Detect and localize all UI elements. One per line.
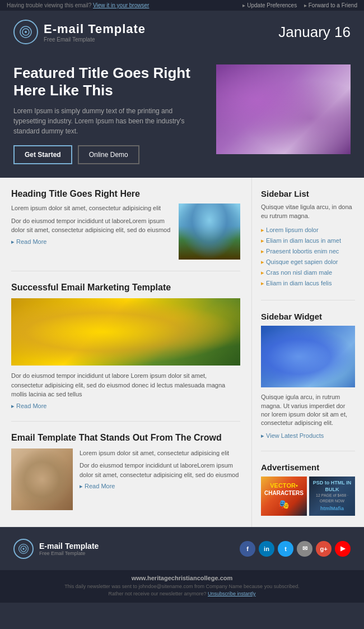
disclaimer: This daily newsletter was sent to johndo… bbox=[7, 583, 357, 598]
svg-point-2 bbox=[25, 31, 27, 33]
ad-box-1[interactable]: VECTOR• CHARACTERS 🎭 bbox=[261, 477, 307, 516]
article-1: Heading Title Goes Right Here Lorem ipsu… bbox=[11, 189, 240, 271]
sidebar-widget-link[interactable]: View Latest Products bbox=[261, 432, 355, 440]
ad-box-2[interactable]: PSD to HTML IN BULK 12 PAGE of $468 · OR… bbox=[309, 477, 355, 516]
article-3-title: Email Template That Stands Out From The … bbox=[11, 433, 240, 443]
logo-title: E-mail Template bbox=[44, 22, 146, 36]
article-2-read-more[interactable]: Read More bbox=[11, 403, 240, 410]
hero-section: Featured Title Goes Right Here Like This… bbox=[0, 53, 364, 178]
header: E-mail Template Free Email Template Janu… bbox=[0, 11, 364, 53]
sidebar-widget-section: Sidebar Widget Quisque igula arcu, in ru… bbox=[261, 312, 355, 451]
ad-box-2-text: PSD to HTML IN BULK 12 PAGE of $468 · OR… bbox=[311, 480, 353, 512]
footer-logo-subtitle: Free Email Template bbox=[39, 551, 99, 556]
ad-box-1-inner: VECTOR• CHARACTERS 🎭 bbox=[261, 477, 307, 516]
article-1-para2: Dor do eiusmod tempor incididunt ut labo… bbox=[11, 216, 172, 235]
hero-content: Featured Title Goes Right Here Like This… bbox=[13, 64, 205, 164]
list-item[interactable]: Praesent lobortis enim nec bbox=[261, 246, 355, 257]
article-1-title: Heading Title Goes Right Here bbox=[11, 189, 240, 199]
article-2-image bbox=[11, 298, 240, 366]
ad1-line1: VECTOR• bbox=[264, 482, 304, 489]
list-item[interactable]: Eliam in diam lacus in amet bbox=[261, 235, 355, 246]
sidebar-widget-image-inner bbox=[261, 326, 355, 387]
update-preferences-link[interactable]: Update Preferences bbox=[242, 2, 297, 8]
disclaimer-line2: Rather not receive our newsletter anymor… bbox=[108, 591, 206, 596]
ad1-figure: 🎭 bbox=[264, 499, 304, 511]
ad-title: Advertisement bbox=[261, 462, 355, 472]
article-1-image-inner bbox=[179, 203, 240, 260]
article-2: Successful Email Marketing Template Dor … bbox=[11, 283, 240, 422]
footer-logo: E-mail Template Free Email Template bbox=[13, 539, 99, 559]
article-1-body: Lorem ipsum dolor sit amet, consectetur … bbox=[11, 203, 240, 260]
list-item[interactable]: Lorem lipsum dolor bbox=[261, 225, 355, 235]
ad-box-1-text: VECTOR• CHARACTERS 🎭 bbox=[264, 482, 304, 511]
article-3-body: Lorem ipsum dolor sit amet, consectetur … bbox=[11, 448, 240, 510]
list-item[interactable]: Cras non nisl diam male bbox=[261, 267, 355, 278]
content-wrapper: Heading Title Goes Right Here Lorem ipsu… bbox=[0, 178, 364, 526]
website-url: www.heritagechristiancollege.com bbox=[7, 575, 357, 581]
footer-logo-text: E-mail Template Free Email Template bbox=[39, 542, 99, 556]
forward-link[interactable]: Forward to a Friend bbox=[304, 2, 357, 8]
youtube-icon[interactable]: ▶ bbox=[335, 541, 351, 557]
ad2-line1: PSD to HTML IN BULK bbox=[311, 480, 353, 493]
main-content: Heading Title Goes Right Here Lorem ipsu… bbox=[0, 178, 364, 526]
footer: E-mail Template Free Email Template f in… bbox=[0, 528, 364, 570]
article-3-image-inner bbox=[11, 448, 73, 510]
linkedin-icon[interactable]: in bbox=[259, 541, 274, 557]
article-3: Email Template That Stands Out From The … bbox=[11, 433, 240, 510]
article-3-para1: Lorem ipsum dolor sit amet, consectetur … bbox=[80, 448, 240, 458]
footer-logo-title: E-mail Template bbox=[39, 542, 99, 551]
sidebar-list-section: Sidebar List Quisque vitae ligula arcu, … bbox=[261, 189, 355, 300]
hero-image-inner bbox=[216, 64, 351, 154]
article-3-image bbox=[11, 448, 73, 510]
content-left: Heading Title Goes Right Here Lorem ipsu… bbox=[0, 178, 252, 526]
get-started-button[interactable]: Get Started bbox=[13, 145, 72, 164]
list-item[interactable]: Eliam in diam lacus felis bbox=[261, 278, 355, 289]
social-icons: f in t ✉ g+ ▶ bbox=[240, 541, 351, 557]
hero-image bbox=[216, 64, 351, 154]
sidebar-list-title: Sidebar List bbox=[261, 189, 355, 198]
article-3-para2: Dor do eiusmod tempor incididunt ut labo… bbox=[80, 461, 240, 479]
article-2-title: Successful Email Marketing Template bbox=[11, 283, 240, 293]
googleplus-icon[interactable]: g+ bbox=[316, 541, 332, 557]
content-right: Sidebar List Quisque vitae ligula arcu, … bbox=[252, 178, 364, 526]
logo-icon bbox=[13, 20, 38, 44]
article-2-image-inner bbox=[11, 298, 240, 366]
list-item[interactable]: Quisque eget sapien dolor bbox=[261, 257, 355, 267]
ad2-brand: htmlMafia bbox=[311, 506, 353, 512]
header-date: January 16 bbox=[278, 24, 351, 41]
article-3-read-more[interactable]: Read More bbox=[80, 483, 240, 490]
online-demo-button[interactable]: Online Demo bbox=[78, 145, 139, 164]
sidebar-list: Lorem lipsum dolor Eliam in diam lacus i… bbox=[261, 225, 355, 289]
article-3-text: Lorem ipsum dolor sit amet, consectetur … bbox=[80, 448, 240, 510]
ad1-line2: CHARACTERS bbox=[264, 489, 304, 497]
top-bar: Having trouble viewing this email? View … bbox=[0, 0, 364, 11]
bottom-bar: www.heritagechristiancollege.com This da… bbox=[0, 570, 364, 603]
article-1-read-more[interactable]: Read More bbox=[11, 238, 172, 246]
footer-logo-icon bbox=[13, 539, 34, 559]
ad-box-2-inner: PSD to HTML IN BULK 12 PAGE of $468 · OR… bbox=[309, 477, 355, 516]
unsubscribe-link[interactable]: Unsubscribe instantly bbox=[208, 591, 256, 596]
twitter-icon[interactable]: t bbox=[278, 541, 293, 557]
article-1-text: Lorem ipsum dolor sit amet, consectetur … bbox=[11, 203, 172, 260]
advertisement-section: Advertisement VECTOR• CHARACTERS 🎭 bbox=[261, 462, 355, 516]
sidebar-widget-text: Quisque igula arcu, in rutrum magna. Ut … bbox=[261, 393, 355, 428]
sidebar-widget-title: Sidebar Widget bbox=[261, 312, 355, 321]
logo-text: E-mail Template Free Email Template bbox=[44, 22, 146, 43]
ad-images: VECTOR• CHARACTERS 🎭 PSD to HTML IN BULK… bbox=[261, 477, 355, 516]
article-1-para1: Lorem ipsum dolor sit amet, consectetur … bbox=[11, 203, 172, 213]
sidebar-list-intro: Quisque vitae ligula arcu, in dona eu ru… bbox=[261, 203, 355, 220]
hero-description: Lorem Ipsum is simply dummy text of the … bbox=[13, 106, 205, 136]
svg-point-5 bbox=[22, 548, 24, 549]
facebook-icon[interactable]: f bbox=[240, 541, 255, 557]
hero-title: Featured Title Goes Right Here Like This bbox=[13, 64, 205, 99]
disclaimer-line1: This daily newsletter was sent to johndo… bbox=[64, 584, 299, 589]
ad2-line2: 12 PAGE of $468 · ORDER NOW bbox=[311, 493, 353, 503]
top-bar-right: Update Preferences Forward to a Friend bbox=[237, 2, 357, 8]
email-icon[interactable]: ✉ bbox=[297, 541, 312, 557]
article-1-image bbox=[179, 203, 240, 260]
trouble-text: Having trouble viewing this email? View … bbox=[7, 2, 149, 8]
article-2-para1: Dor do eiusmod tempor incididunt ut labo… bbox=[11, 371, 240, 399]
view-in-browser-link[interactable]: View it in your browser bbox=[93, 2, 149, 8]
sidebar-widget-image bbox=[261, 326, 355, 387]
logo-area: E-mail Template Free Email Template bbox=[13, 20, 146, 44]
